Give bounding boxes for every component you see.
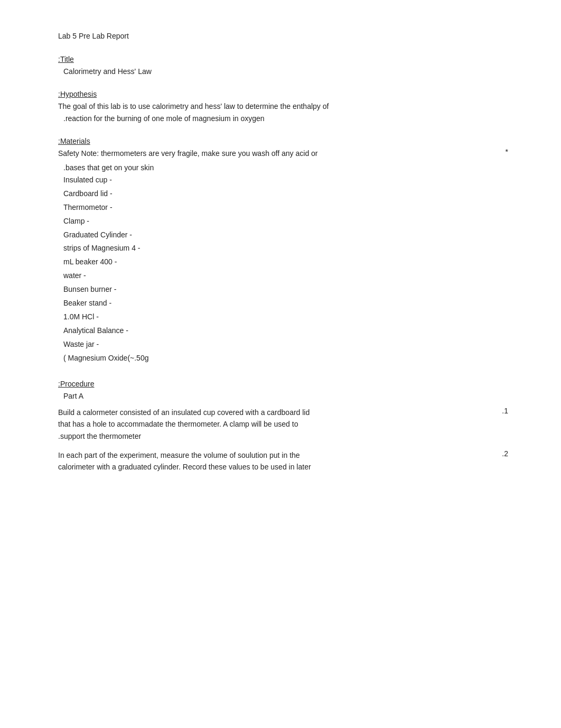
doc-title-section: Lab 5 Pre Lab Report bbox=[58, 32, 508, 40]
procedure-step-text: Build a calormeter consisted of an insul… bbox=[58, 407, 498, 442]
material-item: Graduated Cylinder - bbox=[58, 228, 508, 242]
materials-list: Insulated cup -Cardboard lid -Thermometo… bbox=[58, 173, 508, 365]
material-item: ( Magnesium Oxide(~.50g bbox=[58, 352, 508, 365]
procedure-label: :Procedure bbox=[58, 380, 94, 388]
materials-label: :Materials bbox=[58, 137, 90, 145]
title-value: Calorimetry and Hess' Law bbox=[58, 66, 508, 77]
safety-note-line1: Safety Note: thermometers are very fragi… bbox=[58, 148, 318, 159]
material-item: Waste jar - bbox=[58, 338, 508, 352]
procedure-steps: Build a calormeter consisted of an insul… bbox=[58, 407, 508, 473]
material-item: Bunsen burner - bbox=[58, 283, 508, 297]
material-item: Thermometor - bbox=[58, 201, 508, 215]
procedure-step-number: .2 bbox=[498, 449, 508, 473]
procedure-step: In each part of the experiment, measure … bbox=[58, 449, 508, 473]
title-label: :Title bbox=[58, 55, 74, 63]
procedure-line: In each part of the experiment, measure … bbox=[58, 451, 300, 459]
procedure-line: calorimeter with a graduated cylinder. R… bbox=[58, 463, 311, 471]
materials-section: :Materials Safety Note: thermometers are… bbox=[58, 137, 508, 365]
material-item: water - bbox=[58, 269, 508, 283]
material-item: Insulated cup - bbox=[58, 173, 508, 187]
procedure-line: that has a hole to accommadate the therm… bbox=[58, 420, 298, 428]
procedure-section: :Procedure Part A Build a calormeter con… bbox=[58, 380, 508, 473]
material-item: Analytical Balance - bbox=[58, 324, 508, 338]
doc-title: Lab 5 Pre Lab Report bbox=[58, 32, 508, 40]
material-item: Cardboard lid - bbox=[58, 187, 508, 201]
material-item: mL beaker 400 - bbox=[58, 255, 508, 269]
hypothesis-label: :Hypothesis bbox=[58, 90, 97, 98]
material-item: Beaker stand - bbox=[58, 297, 508, 310]
title-section: :Title Calorimetry and Hess' Law bbox=[58, 55, 508, 77]
safety-note-line2: .bases that get on your skin bbox=[58, 162, 508, 173]
procedure-step-text: In each part of the experiment, measure … bbox=[58, 449, 498, 473]
procedure-line: .support the thermometer bbox=[58, 432, 141, 440]
material-item: strips of Magnesium 4 - bbox=[58, 242, 508, 255]
material-item: 1.0M HCl - bbox=[58, 310, 508, 324]
safety-note: Safety Note: thermometers are very fragi… bbox=[58, 148, 508, 159]
safety-star: * bbox=[506, 148, 508, 156]
hypothesis-line1: The goal of this lab is to use calorimet… bbox=[58, 100, 508, 112]
procedure-line: Build a calormeter consisted of an insul… bbox=[58, 408, 310, 417]
procedure-step: Build a calormeter consisted of an insul… bbox=[58, 407, 508, 442]
hypothesis-line2: .reaction for the burning of one mole of… bbox=[58, 113, 508, 124]
material-item: Clamp - bbox=[58, 215, 508, 228]
procedure-part-a: Part A bbox=[58, 390, 508, 402]
hypothesis-section: :Hypothesis The goal of this lab is to u… bbox=[58, 90, 508, 124]
procedure-step-number: .1 bbox=[498, 407, 508, 442]
